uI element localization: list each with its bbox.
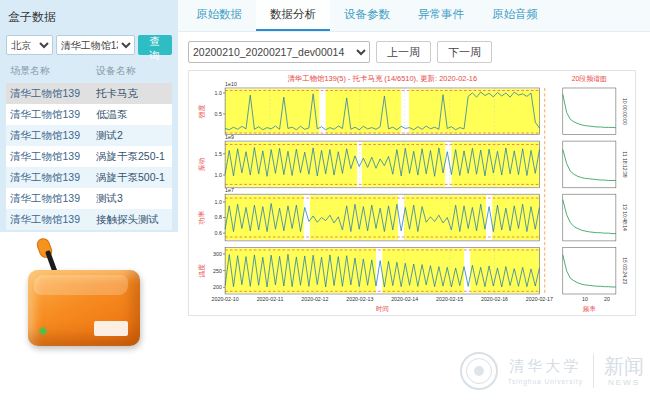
- svg-text:10 00:00:00: 10 00:00:00: [622, 98, 628, 125]
- svg-text:1e10: 1e10: [225, 81, 237, 87]
- svg-text:强度: 强度: [198, 104, 206, 118]
- device-row[interactable]: 清华工物馆139接触探头测试: [6, 209, 172, 230]
- dataset-select[interactable]: 20200210_20200217_dev00014: [188, 41, 370, 63]
- svg-text:1e9: 1e9: [225, 134, 234, 140]
- device-row[interactable]: 清华工物馆139测试3: [6, 188, 172, 209]
- row-device: 涡旋干泵500-1: [96, 171, 172, 185]
- sidebar-title: 盒子数据: [6, 6, 172, 35]
- device-photo: [28, 248, 140, 348]
- tab-0[interactable]: 原始数据: [182, 0, 256, 31]
- svg-text:0.6: 0.6: [215, 230, 222, 236]
- site-select[interactable]: 清华工物馆139: [56, 35, 135, 55]
- svg-text:11 18:12:39: 11 18:12:39: [622, 151, 628, 178]
- row-device: 涡旋干泵250-1: [96, 150, 172, 164]
- svg-text:时间: 时间: [376, 305, 389, 313]
- row-site: 清华工物馆139: [10, 108, 96, 122]
- row-site: 清华工物馆139: [10, 171, 96, 185]
- device-list: 清华工物馆139托卡马克清华工物馆139低温泵清华工物馆139测试2清华工物馆1…: [6, 83, 172, 230]
- svg-text:1.0: 1.0: [215, 90, 222, 96]
- svg-text:13 10:48:14: 13 10:48:14: [622, 204, 628, 231]
- device-row[interactable]: 清华工物馆139涡旋干泵250-1: [6, 146, 172, 167]
- prev-week-button[interactable]: 上一周: [376, 41, 431, 63]
- row-device: 接触探头测试: [96, 213, 172, 227]
- tsinghua-logo-icon: [460, 352, 498, 390]
- svg-text:温度: 温度: [198, 264, 206, 278]
- svg-text:频率: 频率: [582, 305, 596, 312]
- svg-text:0.8: 0.8: [215, 214, 222, 220]
- svg-text:10: 10: [582, 296, 588, 302]
- next-week-button[interactable]: 下一周: [437, 41, 492, 63]
- tsinghua-logo-core: [474, 366, 484, 376]
- watermark-university: 清华大学 Tsinghua University: [508, 357, 583, 385]
- watermark-divider: [593, 354, 594, 388]
- list-header: 场景名称 设备名称: [6, 55, 172, 83]
- svg-text:清华工物馆139(5) - 托卡马克 (14/6510),: 清华工物馆139(5) - 托卡马克 (14/6510), 更新: 2020-0…: [287, 74, 477, 83]
- watermark-university-cn: 清华大学: [508, 357, 583, 376]
- col-device-header: 设备名称: [96, 64, 136, 78]
- app-root: 盒子数据 北京 清华工物馆139 查询 场景名称 设备名称 清华工物馆139托卡…: [0, 0, 650, 400]
- tab-4[interactable]: 原始音频: [478, 0, 552, 31]
- row-device: 低温泵: [96, 108, 172, 122]
- svg-text:振动: 振动: [198, 157, 205, 171]
- device-body: [28, 270, 140, 346]
- watermark-university-en: Tsinghua University: [508, 378, 583, 385]
- svg-text:15 03:24:23: 15 03:24:23: [622, 257, 628, 284]
- row-site: 清华工物馆139: [10, 129, 96, 143]
- device-row[interactable]: 清华工物馆139低温泵: [6, 104, 172, 125]
- svg-text:20: 20: [604, 296, 610, 302]
- svg-text:1.0: 1.0: [215, 199, 222, 205]
- svg-text:功率: 功率: [198, 211, 205, 225]
- svg-text:2020-02-14: 2020-02-14: [391, 296, 418, 302]
- tab-1[interactable]: 数据分析: [256, 0, 330, 31]
- device-led-icon: [40, 328, 46, 334]
- main-content: 原始数据数据分析设备参数异常事件原始音频 20200210_20200217_d…: [178, 0, 650, 400]
- row-device: 测试3: [96, 192, 172, 206]
- svg-text:2020-02-10: 2020-02-10: [212, 296, 239, 302]
- row-site: 清华工物馆139: [10, 150, 96, 164]
- tabbar: 原始数据数据分析设备参数异常事件原始音频: [178, 0, 650, 32]
- svg-text:1e7: 1e7: [225, 187, 234, 193]
- watermark: 清华大学 Tsinghua University 新闻 NEWS: [460, 352, 644, 390]
- svg-text:20段频谱图: 20段频谱图: [572, 75, 607, 83]
- watermark-news-cn: 新闻: [604, 356, 644, 376]
- row-device: 测试2: [96, 129, 172, 143]
- query-button[interactable]: 查询: [138, 35, 172, 55]
- photo-area: [0, 232, 178, 400]
- analysis-chart: 清华工物馆139(5) - 托卡马克 (14/6510), 更新: 2020-0…: [189, 71, 635, 315]
- tab-2[interactable]: 设备参数: [330, 0, 404, 31]
- row-site: 清华工物馆139: [10, 213, 96, 227]
- chart-panel: 清华工物馆139(5) - 托卡马克 (14/6510), 更新: 2020-0…: [188, 70, 636, 316]
- svg-text:2020-02-11: 2020-02-11: [257, 296, 284, 302]
- watermark-news-en: NEWS: [604, 378, 644, 387]
- toolbar: 20200210_20200217_dev00014 上一周 下一周: [178, 32, 650, 70]
- sidebar-panel: 盒子数据 北京 清华工物馆139 查询 场景名称 设备名称 清华工物馆139托卡…: [0, 0, 178, 232]
- svg-text:200: 200: [213, 284, 222, 290]
- device-top-face: [33, 275, 129, 295]
- svg-text:2020-02-12: 2020-02-12: [301, 296, 328, 302]
- svg-text:2020-02-15: 2020-02-15: [436, 296, 463, 302]
- svg-text:250: 250: [213, 268, 222, 274]
- row-device: 托卡马克: [96, 87, 172, 101]
- svg-text:1.5: 1.5: [215, 151, 222, 157]
- watermark-news: 新闻 NEWS: [604, 356, 644, 387]
- sidebar: 盒子数据 北京 清华工物馆139 查询 场景名称 设备名称 清华工物馆139托卡…: [0, 0, 178, 400]
- device-row[interactable]: 清华工物馆139托卡马克: [6, 83, 172, 104]
- tab-3[interactable]: 异常事件: [404, 0, 478, 31]
- svg-text:2020-02-16: 2020-02-16: [481, 296, 508, 302]
- device-row[interactable]: 清华工物馆139涡旋干泵500-1: [6, 167, 172, 188]
- svg-text:300: 300: [213, 251, 222, 257]
- svg-text:1.0: 1.0: [215, 172, 222, 178]
- svg-text:2020-02-17: 2020-02-17: [526, 296, 553, 302]
- col-site-header: 场景名称: [10, 64, 96, 78]
- device-row[interactable]: 清华工物馆139测试2: [6, 125, 172, 146]
- svg-text:0.5: 0.5: [215, 111, 222, 117]
- row-site: 清华工物馆139: [10, 87, 96, 101]
- region-select[interactable]: 北京: [6, 35, 53, 55]
- row-site: 清华工物馆139: [10, 192, 96, 206]
- device-sticker: [94, 321, 128, 336]
- filter-row: 北京 清华工物馆139 查询: [6, 35, 172, 55]
- svg-text:2020-02-13: 2020-02-13: [346, 296, 373, 302]
